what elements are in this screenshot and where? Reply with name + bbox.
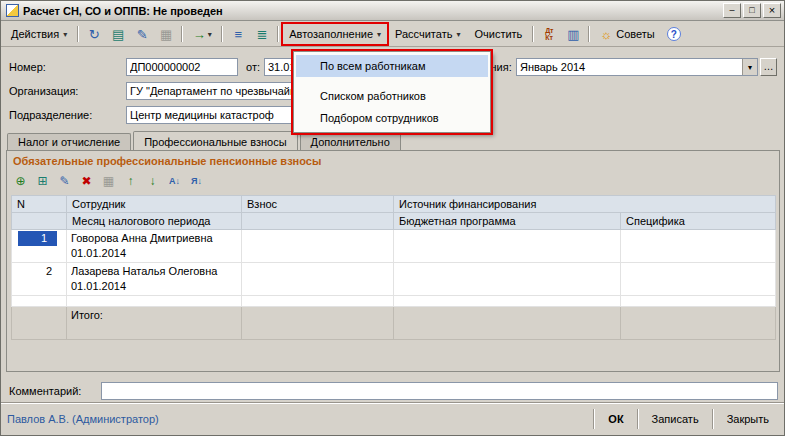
close-window-button[interactable]: × — [763, 3, 781, 18]
reread-button[interactable]: ↻ — [83, 24, 105, 44]
main-toolbar: Действия ▾ ↻ ▤ ✎ ▦ → ▾ ≡ ≣ Автозаполнени… — [1, 22, 784, 47]
budget-program-cell[interactable] — [394, 263, 621, 296]
footer-bar: Павлов А.В. (Администратор) ОК Записать … — [1, 402, 784, 435]
specifics-cell[interactable] — [621, 230, 776, 263]
tab-panel: Обязательные профессиональные пенсионные… — [6, 150, 780, 372]
advice-button[interactable]: ☼ Советы — [594, 24, 660, 44]
duplicate-button[interactable]: ▦ — [155, 24, 177, 44]
journal-icon: ▥ — [567, 28, 579, 41]
close-button[interactable]: Закрыть — [718, 410, 778, 428]
footer-separator — [712, 409, 714, 429]
help-icon: ? — [667, 27, 681, 41]
footer-separator — [593, 409, 595, 429]
toolbar-separator — [221, 26, 223, 42]
toolbar-separator — [181, 26, 183, 42]
col-header-empty — [242, 213, 394, 230]
comment-input[interactable] — [101, 382, 778, 400]
edit-row-icon[interactable]: ✎ — [55, 172, 74, 190]
table-toolbar: ⊕ ⊞ ✎ ✖ ▦ ↑ ↓ А↓ Я↓ — [11, 172, 206, 190]
maximize-button[interactable]: □ — [743, 3, 761, 18]
chevron-down-icon: ▾ — [456, 30, 460, 39]
menu-item-employee-selection[interactable]: Подбором сотрудников — [296, 107, 488, 129]
toolbar-separator — [77, 26, 79, 42]
document-icon — [6, 4, 19, 17]
table-row[interactable]: 2 Лазарева Наталья Олеговна01.01.2014 — [12, 263, 776, 296]
budget-program-cell[interactable] — [394, 230, 621, 263]
actions-label: Действия — [11, 28, 59, 40]
dtkt-button[interactable]: ДтКт — [538, 24, 560, 44]
sort-asc-icon[interactable]: А↓ — [165, 172, 184, 190]
section-title: Обязательные профессиональные пенсионные… — [13, 155, 321, 167]
chevron-down-icon: ▾ — [208, 30, 212, 39]
menu-item-all-employees[interactable]: По всем работникам — [296, 55, 488, 77]
specifics-cell[interactable] — [621, 263, 776, 296]
contribution-cell[interactable] — [242, 230, 394, 263]
col-header-funding-source: Источник финансирования — [394, 196, 776, 213]
organization-input[interactable] — [126, 82, 296, 100]
toolbar-separator — [277, 26, 279, 42]
minimize-button[interactable]: – — [723, 3, 741, 18]
contributions-table: N Сотрудник Взнос Источник финансировани… — [11, 195, 776, 340]
number-input[interactable] — [126, 58, 238, 76]
list-icon: ≡ — [234, 28, 242, 41]
goto-button[interactable]: → ▾ — [187, 24, 217, 44]
end-edit-icon[interactable]: ▦ — [99, 172, 118, 190]
sort-desc-icon[interactable]: Я↓ — [187, 172, 206, 190]
row-number-cell[interactable]: 2 — [12, 263, 67, 296]
autofill-button[interactable]: Автозаполнение ▾ — [283, 24, 387, 44]
menu-separator — [296, 77, 488, 85]
date-label: от: — [246, 61, 260, 73]
table-row[interactable]: 1 Говорова Анна Дмитриевна01.01.2014 — [12, 230, 776, 263]
add-row-icon[interactable]: ⊕ — [11, 172, 30, 190]
employee-cell[interactable]: Лазарева Наталья Олеговна01.01.2014 — [67, 263, 242, 296]
move-up-icon[interactable]: ↑ — [121, 172, 140, 190]
actions-button[interactable]: Действия ▾ — [5, 24, 73, 44]
total-row: Итого: — [12, 307, 776, 340]
advice-label: Советы — [616, 28, 654, 40]
calculate-label: Рассчитать — [395, 28, 452, 40]
list-settings-icon: ≣ — [257, 28, 268, 41]
row-number-cell[interactable]: 1 — [12, 230, 67, 263]
help-button[interactable]: ? — [663, 24, 685, 44]
titlebar: Расчет СН, СО и ОППВ: Не проведен – □ × — [1, 1, 784, 21]
col-header-month: Месяц налогового периода — [67, 213, 242, 230]
note-button[interactable]: ✎ — [131, 24, 153, 44]
clear-label: Очистить — [474, 28, 522, 40]
advice-lamp-icon: ☼ — [600, 28, 612, 41]
menu-item-employee-list[interactable]: Списком работников — [296, 85, 488, 107]
tab-tax-and-deduction[interactable]: Налог и отчисление — [7, 133, 131, 151]
calculate-button[interactable]: Рассчитать ▾ — [389, 24, 466, 44]
save-button[interactable]: Записать — [643, 410, 708, 428]
tab-professional-contributions[interactable]: Профессиональные взносы — [133, 131, 297, 152]
add-copy-row-icon[interactable]: ⊞ — [33, 172, 52, 190]
list-settings-button[interactable]: ≣ — [251, 24, 273, 44]
tab-additional[interactable]: Дополнительно — [300, 133, 401, 151]
delete-row-icon[interactable]: ✖ — [77, 172, 96, 190]
list-button[interactable]: ≡ — [227, 24, 249, 44]
chevron-down-icon: ▾ — [63, 30, 67, 39]
col-header-employee: Сотрудник — [67, 196, 242, 213]
autofill-label: Автозаполнение — [289, 28, 373, 40]
table-empty-space — [12, 296, 776, 307]
col-header-contribution: Взнос — [242, 196, 394, 213]
journal-button[interactable]: ▥ — [562, 24, 584, 44]
clear-button[interactable]: Очистить — [468, 24, 528, 44]
document-window: Расчет СН, СО и ОППВ: Не проведен – □ × … — [0, 0, 785, 436]
col-header-specifics: Специфика — [621, 213, 776, 230]
tab-bar: Налог и отчисление Профессиональные взно… — [7, 130, 403, 151]
footer-separator — [637, 409, 639, 429]
employee-cell[interactable]: Говорова Анна Дмитриевна01.01.2014 — [67, 230, 242, 263]
department-input[interactable] — [126, 106, 296, 124]
goto-icon: → — [193, 28, 206, 41]
number-label: Номер: — [9, 61, 46, 73]
current-user-status: Павлов А.В. (Администратор) — [7, 413, 589, 425]
period-combo[interactable]: Январь 2014 ▾ — [516, 58, 758, 76]
period-dropdown-icon[interactable]: ▾ — [742, 59, 757, 75]
ok-button[interactable]: ОК — [599, 410, 632, 428]
comment-label: Комментарий: — [9, 385, 81, 397]
period-more-button[interactable]: … — [760, 58, 777, 76]
copy-button[interactable]: ▤ — [107, 24, 129, 44]
col-header-n: N — [12, 196, 67, 213]
move-down-icon[interactable]: ↓ — [143, 172, 162, 190]
contribution-cell[interactable] — [242, 263, 394, 296]
